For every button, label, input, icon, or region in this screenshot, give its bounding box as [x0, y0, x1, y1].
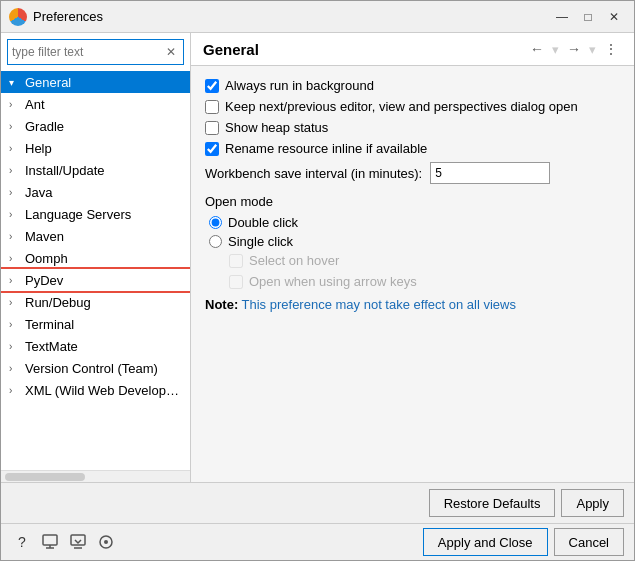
bottom-area: Restore Defaults Apply ? Apply and Close…	[1, 482, 634, 560]
content-area: ✕ ▾ General › Ant › Gradle › Help	[1, 33, 634, 482]
always-run-bg-row: Always run in background	[205, 78, 620, 93]
footer-right-buttons: Apply and Close Cancel	[423, 528, 624, 556]
link-footer-icon[interactable]	[95, 531, 117, 553]
footer-bar: ? Apply and Close Cancel	[1, 523, 634, 560]
tree-item-terminal[interactable]: › Terminal	[1, 313, 190, 335]
menu-icon[interactable]: ⋮	[600, 39, 622, 59]
note-row: Note: This preference may not take effec…	[205, 297, 620, 312]
chevron-icon: ›	[9, 319, 25, 330]
scrollbar-thumb	[5, 473, 85, 481]
search-input[interactable]	[12, 45, 163, 59]
chevron-icon: ›	[9, 143, 25, 154]
chevron-icon: ›	[9, 121, 25, 132]
svg-rect-0	[43, 535, 57, 545]
titlebar-buttons: — □ ✕	[550, 5, 626, 29]
tree-item-oomph[interactable]: › Oomph	[1, 247, 190, 269]
double-click-row: Double click	[205, 215, 620, 230]
apply-button[interactable]: Apply	[561, 489, 624, 517]
pref-title: General	[203, 41, 259, 58]
tree-item-gradle[interactable]: › Gradle	[1, 115, 190, 137]
action-buttons: Restore Defaults Apply	[1, 483, 634, 523]
chevron-icon: ›	[9, 341, 25, 352]
maximize-button[interactable]: □	[576, 5, 600, 29]
interval-row: Workbench save interval (in minutes):	[205, 162, 620, 184]
always-run-bg-label[interactable]: Always run in background	[225, 78, 374, 93]
chevron-icon: ›	[9, 209, 25, 220]
single-click-label[interactable]: Single click	[228, 234, 293, 249]
rename-inline-checkbox[interactable]	[205, 142, 219, 156]
tree-item-version-control[interactable]: › Version Control (Team)	[1, 357, 190, 379]
open-arrow-keys-row: Open when using arrow keys	[205, 274, 620, 289]
chevron-icon: ›	[9, 253, 25, 264]
single-click-radio[interactable]	[209, 235, 222, 248]
show-heap-label[interactable]: Show heap status	[225, 120, 328, 135]
rename-inline-label[interactable]: Rename resource inline if available	[225, 141, 427, 156]
open-arrow-keys-label: Open when using arrow keys	[249, 274, 417, 289]
chevron-icon: ›	[9, 231, 25, 242]
pref-header: General ← ▾ → ▾ ⋮	[191, 33, 634, 66]
titlebar: Preferences — □ ✕	[1, 1, 634, 33]
cancel-button[interactable]: Cancel	[554, 528, 624, 556]
tree-item-help[interactable]: › Help	[1, 137, 190, 159]
pref-body: Always run in background Keep next/previ…	[191, 66, 634, 482]
tree-item-pydev[interactable]: › PyDev	[1, 269, 190, 291]
note-text: This preference may not take effect on a…	[242, 297, 516, 312]
left-panel: ✕ ▾ General › Ant › Gradle › Help	[1, 33, 191, 482]
window-title: Preferences	[33, 9, 550, 24]
chevron-icon: ›	[9, 275, 25, 286]
chevron-icon: ›	[9, 99, 25, 110]
tree-container: ▾ General › Ant › Gradle › Help › Inst	[1, 71, 190, 470]
keep-next-prev-row: Keep next/previous editor, view and pers…	[205, 99, 620, 114]
chevron-icon: ▾	[9, 77, 25, 88]
always-run-bg-checkbox[interactable]	[205, 79, 219, 93]
tree-item-xml-wild[interactable]: › XML (Wild Web Develop…	[1, 379, 190, 401]
restore-defaults-button[interactable]: Restore Defaults	[429, 489, 556, 517]
horizontal-scrollbar[interactable]	[1, 470, 190, 482]
app-icon	[9, 8, 27, 26]
select-hover-row: Select on hover	[205, 253, 620, 268]
keep-next-prev-label[interactable]: Keep next/previous editor, view and pers…	[225, 99, 578, 114]
double-click-label[interactable]: Double click	[228, 215, 298, 230]
select-on-hover-checkbox[interactable]	[229, 254, 243, 268]
keep-next-prev-checkbox[interactable]	[205, 100, 219, 114]
show-heap-checkbox[interactable]	[205, 121, 219, 135]
select-on-hover-label: Select on hover	[249, 253, 339, 268]
chevron-icon: ›	[9, 363, 25, 374]
chevron-icon: ›	[9, 297, 25, 308]
single-click-row: Single click	[205, 234, 620, 249]
svg-point-6	[104, 540, 108, 544]
tree-item-textmate[interactable]: › TextMate	[1, 335, 190, 357]
chevron-icon: ›	[9, 385, 25, 396]
tree-item-language-servers[interactable]: › Language Servers	[1, 203, 190, 225]
interval-input[interactable]	[430, 162, 550, 184]
tree-item-java[interactable]: › Java	[1, 181, 190, 203]
apply-and-close-button[interactable]: Apply and Close	[423, 528, 548, 556]
close-button[interactable]: ✕	[602, 5, 626, 29]
nav-sep2: ▾	[589, 42, 596, 57]
tree-item-run-debug[interactable]: › Run/Debug	[1, 291, 190, 313]
chevron-icon: ›	[9, 187, 25, 198]
double-click-radio[interactable]	[209, 216, 222, 229]
tree-item-general[interactable]: ▾ General	[1, 71, 190, 93]
import-footer-icon[interactable]	[67, 531, 89, 553]
nav-sep: ▾	[552, 42, 559, 57]
export-footer-icon[interactable]	[39, 531, 61, 553]
note-bold: Note:	[205, 297, 238, 312]
open-mode-label: Open mode	[205, 194, 620, 209]
minimize-button[interactable]: —	[550, 5, 574, 29]
interval-label: Workbench save interval (in minutes):	[205, 166, 422, 181]
pref-nav-icons: ← ▾ → ▾ ⋮	[526, 39, 622, 59]
forward-icon[interactable]: →	[563, 39, 585, 59]
back-icon[interactable]: ←	[526, 39, 548, 59]
search-clear-icon[interactable]: ✕	[163, 44, 179, 60]
tree-item-install-update[interactable]: › Install/Update	[1, 159, 190, 181]
rename-inline-row: Rename resource inline if available	[205, 141, 620, 156]
tree-item-ant[interactable]: › Ant	[1, 93, 190, 115]
tree-item-maven[interactable]: › Maven	[1, 225, 190, 247]
show-heap-row: Show heap status	[205, 120, 620, 135]
help-footer-icon[interactable]: ?	[11, 531, 33, 553]
open-arrow-keys-checkbox[interactable]	[229, 275, 243, 289]
right-panel: General ← ▾ → ▾ ⋮ Always run in backgrou…	[191, 33, 634, 482]
search-box[interactable]: ✕	[7, 39, 184, 65]
preferences-window: Preferences — □ ✕ ✕ ▾ General › Ant	[0, 0, 635, 561]
